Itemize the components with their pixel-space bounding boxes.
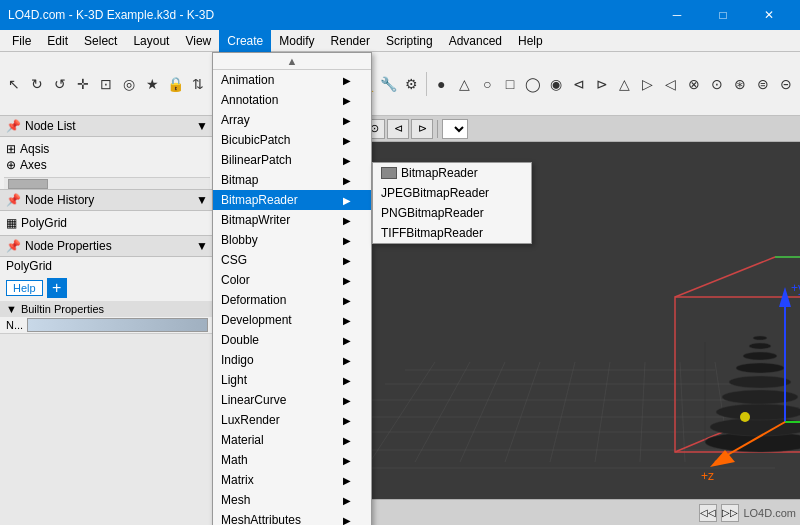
menu-item-tiffbitmapreader[interactable]: TIFFBitmapReader	[373, 223, 531, 243]
menu-item-linearcurve[interactable]: LinearCurve▶	[213, 390, 371, 410]
menu-item-double[interactable]: Double▶	[213, 330, 371, 350]
tiff-label: TIFFBitmapReader	[381, 226, 483, 240]
dropdown-overlay[interactable]: ▲ Animation▶ Annotation▶ Array▶ BicubicP…	[0, 0, 800, 525]
menu-item-csg[interactable]: CSG▶	[213, 250, 371, 270]
jpeg-label: JPEGBitmapReader	[381, 186, 489, 200]
menu-item-annotation[interactable]: Annotation▶	[213, 90, 371, 110]
menu-item-indigo[interactable]: Indigo▶	[213, 350, 371, 370]
menu-item-color[interactable]: Color▶	[213, 270, 371, 290]
menu-scroll-up[interactable]: ▲	[213, 53, 371, 70]
menu-item-development[interactable]: Development▶	[213, 310, 371, 330]
menu-item-meshattributes[interactable]: MeshAttributes▶	[213, 510, 371, 525]
menu-item-material[interactable]: Material▶	[213, 430, 371, 450]
menu-item-bitmapwriter[interactable]: BitmapWriter▶	[213, 210, 371, 230]
menu-item-math[interactable]: Math▶	[213, 450, 371, 470]
menu-item-bilinearpatch[interactable]: BilinearPatch▶	[213, 150, 371, 170]
menu-item-bitmapreader[interactable]: BitmapReader▶	[213, 190, 371, 210]
create-menu: ▲ Animation▶ Annotation▶ Array▶ BicubicP…	[212, 52, 372, 525]
menu-item-matrix[interactable]: Matrix▶	[213, 470, 371, 490]
bitmap-icon	[381, 167, 397, 179]
menu-item-mesh[interactable]: Mesh▶	[213, 490, 371, 510]
menu-item-luxrender[interactable]: LuxRender▶	[213, 410, 371, 430]
menu-item-light[interactable]: Light▶	[213, 370, 371, 390]
menu-item-bitmap[interactable]: Bitmap▶	[213, 170, 371, 190]
menu-item-bicubicpatch[interactable]: BicubicPatch▶	[213, 130, 371, 150]
menu-item-blobby[interactable]: Blobby▶	[213, 230, 371, 250]
menu-item-array[interactable]: Array▶	[213, 110, 371, 130]
bitmapreader-label: BitmapReader	[401, 166, 478, 180]
menu-item-animation[interactable]: Animation▶	[213, 70, 371, 90]
menu-item-bitmapreader-sub[interactable]: BitmapReader	[373, 163, 531, 183]
menu-item-jpegbitmapreader[interactable]: JPEGBitmapReader	[373, 183, 531, 203]
png-label: PNGBitmapReader	[381, 206, 484, 220]
bitmap-reader-submenu: BitmapReader JPEGBitmapReader PNGBitmapR…	[372, 162, 532, 244]
menu-item-deformation[interactable]: Deformation▶	[213, 290, 371, 310]
menu-item-pngbitmapreader[interactable]: PNGBitmapReader	[373, 203, 531, 223]
